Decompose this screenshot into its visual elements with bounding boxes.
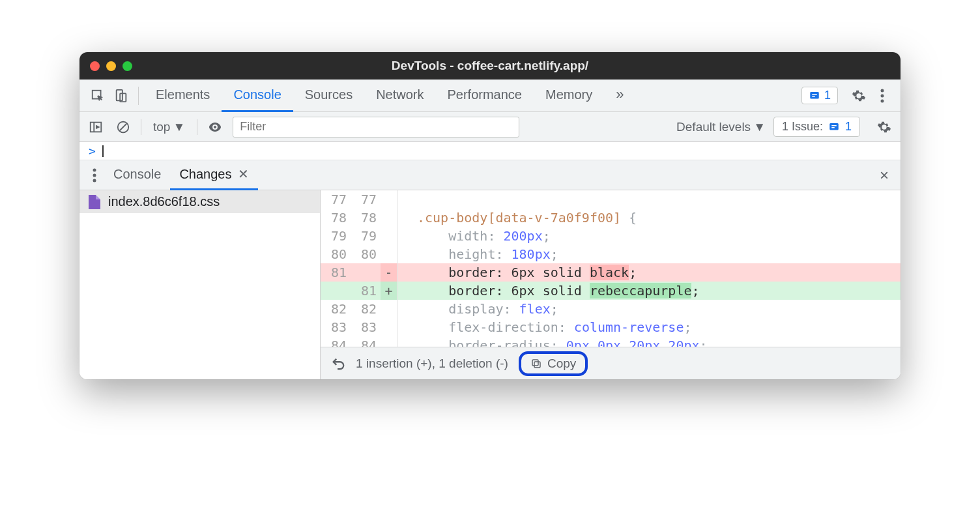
toggle-sidebar-icon[interactable]	[86, 120, 106, 134]
drawer-tab-changes[interactable]: Changes ✕	[170, 160, 258, 190]
minimize-window-button[interactable]	[106, 61, 116, 71]
vertical-divider	[141, 119, 141, 135]
panel-tabs: Elements Console Sources Network Perform…	[144, 80, 604, 112]
svg-rect-17	[532, 360, 538, 366]
clear-console-icon[interactable]	[113, 120, 133, 134]
diff-row: 81+ border: 6px solid rebeccapurple;	[321, 282, 901, 300]
drawer-tabs-bar: Console Changes ✕ ×	[79, 160, 901, 190]
chevron-down-icon: ▼	[753, 120, 766, 134]
diff-row: 8484 border-radius: 0px 0px 20px 20px;	[321, 336, 901, 347]
diff-row: 8383 flex-direction: column-reverse;	[321, 318, 901, 336]
close-tab-icon[interactable]: ✕	[238, 166, 249, 182]
copy-label: Copy	[547, 357, 576, 371]
issues-count: 1	[845, 120, 852, 134]
diff-row: 7979 width: 200px;	[321, 227, 901, 245]
svg-line-10	[120, 123, 127, 130]
console-prompt[interactable]: >	[79, 142, 901, 160]
issues-pill[interactable]: 1	[801, 87, 838, 104]
file-name: index.8d6c6f18.css	[108, 194, 220, 209]
drawer-tab-console[interactable]: Console	[104, 160, 170, 190]
issues-box[interactable]: 1 Issue: 1	[773, 117, 860, 137]
settings-icon[interactable]	[847, 89, 871, 103]
main-tabs-bar: Elements Console Sources Network Perform…	[79, 80, 901, 112]
tab-elements[interactable]: Elements	[144, 80, 222, 112]
filter-input[interactable]	[233, 117, 519, 138]
kebab-menu-icon[interactable]	[871, 89, 894, 103]
svg-point-5	[881, 94, 884, 97]
stylesheet-file-icon	[89, 195, 100, 209]
svg-point-11	[214, 126, 216, 128]
diff-row: 8282 display: flex;	[321, 300, 901, 318]
copy-button[interactable]: Copy	[519, 351, 588, 376]
device-toolbar-icon[interactable]	[109, 89, 133, 103]
live-expression-icon[interactable]	[205, 119, 225, 135]
issues-label: 1 Issue:	[782, 120, 823, 134]
window-title: DevTools - coffee-cart.netlify.app/	[392, 59, 588, 73]
zoom-window-button[interactable]	[122, 61, 132, 71]
text-cursor	[102, 145, 104, 157]
console-toolbar: top ▼ Default levels ▼ 1 Issue: 1	[79, 112, 901, 142]
issue-icon	[809, 90, 820, 102]
issue-icon	[828, 121, 840, 133]
diff-row: 7878.cup-body[data-v-7a0f9f00] {	[321, 209, 901, 227]
changed-file-item[interactable]: index.8d6c6f18.css	[79, 190, 320, 213]
tabs-overflow-button[interactable]: »	[604, 80, 635, 112]
titlebar: DevTools - coffee-cart.netlify.app/	[79, 52, 901, 80]
changes-summary: 1 insertion (+), 1 deletion (-)	[356, 357, 508, 371]
drawer-tab-changes-label: Changes	[179, 167, 231, 182]
svg-point-14	[93, 173, 96, 177]
context-label: top	[153, 120, 170, 134]
header-issue-count: 1	[824, 89, 831, 102]
console-settings-icon[interactable]	[874, 120, 894, 134]
drawer-close-icon[interactable]: ×	[873, 166, 895, 184]
changes-sidebar: index.8d6c6f18.css	[79, 190, 321, 379]
diff-row: 81- border: 6px solid black;	[321, 263, 901, 282]
vertical-divider	[138, 87, 139, 105]
svg-point-13	[93, 168, 96, 171]
diff-row: 7777	[321, 190, 901, 209]
context-selector[interactable]: top ▼	[149, 120, 189, 134]
log-levels-selector[interactable]: Default levels ▼	[676, 120, 766, 134]
copy-icon	[530, 358, 542, 370]
diff-viewer[interactable]: 77777878.cup-body[data-v-7a0f9f00] {7979…	[321, 190, 901, 347]
traffic-lights	[90, 61, 132, 71]
tab-memory[interactable]: Memory	[534, 80, 604, 112]
svg-point-4	[881, 89, 884, 92]
drawer-kebab-icon[interactable]	[85, 168, 104, 182]
tab-network[interactable]: Network	[364, 80, 435, 112]
diff-row: 8080 height: 180px;	[321, 245, 901, 263]
diff-area: 77777878.cup-body[data-v-7a0f9f00] {7979…	[321, 190, 901, 379]
svg-point-15	[93, 179, 96, 182]
prompt-caret: >	[89, 144, 96, 158]
vertical-divider	[197, 119, 197, 135]
svg-point-6	[881, 99, 884, 102]
changes-panel: index.8d6c6f18.css 77777878.cup-body[dat…	[79, 190, 901, 379]
inspect-element-icon[interactable]	[86, 89, 109, 103]
svg-rect-16	[534, 362, 540, 368]
tab-sources[interactable]: Sources	[293, 80, 364, 112]
tab-console[interactable]: Console	[222, 80, 293, 112]
devtools-window: DevTools - coffee-cart.netlify.app/ Elem…	[79, 52, 901, 379]
changes-statusbar: 1 insertion (+), 1 deletion (-) Copy	[321, 347, 901, 379]
svg-rect-12	[829, 123, 839, 130]
svg-rect-3	[810, 92, 819, 99]
close-window-button[interactable]	[90, 61, 100, 71]
tab-performance[interactable]: Performance	[436, 80, 534, 112]
levels-label: Default levels	[676, 120, 751, 134]
revert-icon[interactable]	[331, 357, 345, 371]
chevron-down-icon: ▼	[173, 120, 185, 134]
